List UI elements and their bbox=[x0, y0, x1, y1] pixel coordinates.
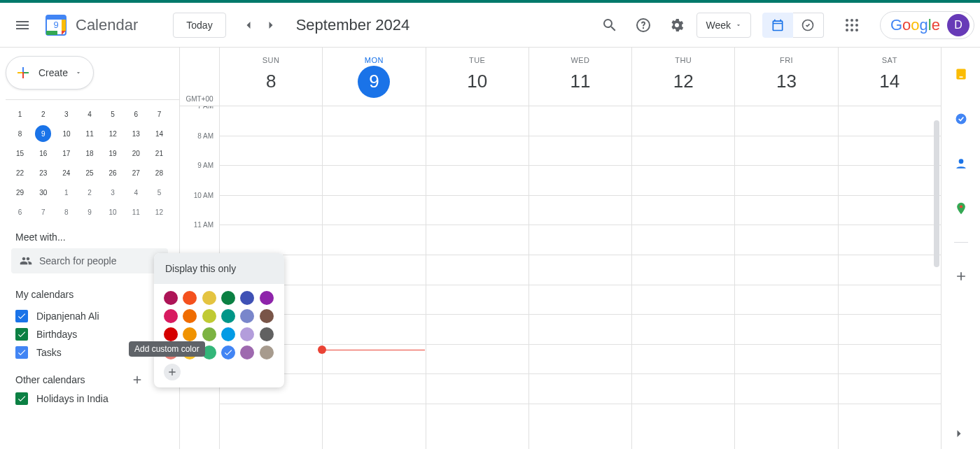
day-column[interactable] bbox=[426, 106, 528, 449]
support-icon[interactable] bbox=[629, 11, 657, 39]
mini-cal-day[interactable]: 5 bbox=[102, 104, 125, 124]
main-menu-button[interactable] bbox=[6, 8, 39, 42]
tasks-view-button[interactable] bbox=[793, 13, 824, 38]
checkbox[interactable] bbox=[15, 392, 28, 405]
color-swatch[interactable] bbox=[221, 309, 235, 323]
mini-cal-day[interactable]: 10 bbox=[55, 124, 78, 143]
today-button[interactable]: Today bbox=[173, 13, 225, 38]
mini-cal-day[interactable]: 26 bbox=[102, 163, 125, 183]
mini-cal-day[interactable]: 7 bbox=[31, 202, 55, 222]
mini-cal-day[interactable]: 29 bbox=[8, 183, 31, 202]
mini-cal-day[interactable]: 12 bbox=[102, 124, 125, 143]
color-swatch[interactable] bbox=[240, 309, 254, 323]
mini-cal-day[interactable]: 6 bbox=[8, 202, 31, 222]
color-swatch[interactable] bbox=[260, 309, 274, 323]
checkbox[interactable] bbox=[15, 310, 28, 322]
contacts-icon[interactable] bbox=[947, 150, 975, 178]
mini-cal-day[interactable]: 9 bbox=[78, 202, 101, 222]
mini-cal-day[interactable]: 18 bbox=[78, 143, 101, 163]
mini-cal-day[interactable]: 15 bbox=[8, 143, 31, 163]
mini-cal-day[interactable]: 13 bbox=[125, 124, 148, 143]
next-period-button[interactable] bbox=[260, 14, 282, 36]
mini-cal-day[interactable]: 10 bbox=[102, 202, 125, 222]
calendar-view-button[interactable] bbox=[762, 13, 793, 38]
mini-cal-day[interactable]: 2 bbox=[31, 104, 55, 124]
color-swatch[interactable] bbox=[202, 291, 216, 305]
color-swatch[interactable] bbox=[183, 309, 197, 323]
mini-cal-day[interactable]: 1 bbox=[8, 104, 31, 124]
day-header[interactable]: SAT14 bbox=[838, 48, 941, 106]
mini-cal-day[interactable]: 1 bbox=[55, 183, 78, 202]
color-swatch[interactable] bbox=[221, 327, 235, 341]
mini-cal-day[interactable]: 9 bbox=[35, 125, 51, 142]
color-swatch[interactable] bbox=[221, 345, 235, 359]
color-swatch[interactable] bbox=[164, 291, 178, 305]
mini-cal-day[interactable]: 16 bbox=[31, 143, 55, 163]
calendar-item[interactable]: Dipanjenah Ali bbox=[6, 307, 179, 325]
mini-cal-day[interactable]: 6 bbox=[125, 104, 148, 124]
color-swatch[interactable] bbox=[183, 327, 197, 341]
mini-cal-day[interactable]: 8 bbox=[55, 202, 78, 222]
account-button[interactable]: Google D bbox=[880, 11, 974, 39]
day-column[interactable] bbox=[631, 106, 734, 449]
app-logo[interactable]: 9 Calendar bbox=[42, 11, 138, 39]
color-swatch[interactable] bbox=[240, 345, 254, 359]
color-swatch[interactable] bbox=[202, 309, 216, 323]
day-column[interactable] bbox=[734, 106, 837, 449]
color-swatch[interactable] bbox=[260, 291, 274, 305]
mini-cal-day[interactable]: 2 bbox=[78, 183, 101, 202]
day-column[interactable] bbox=[528, 106, 631, 449]
mini-cal-day[interactable]: 28 bbox=[148, 163, 171, 183]
prev-period-button[interactable] bbox=[237, 14, 260, 36]
google-apps-icon[interactable] bbox=[838, 11, 866, 39]
mini-cal-day[interactable]: 27 bbox=[125, 163, 148, 183]
add-custom-color-button[interactable] bbox=[164, 364, 181, 380]
view-selector[interactable]: Week bbox=[696, 13, 751, 38]
mini-cal-day[interactable]: 4 bbox=[78, 104, 101, 124]
color-swatch[interactable] bbox=[202, 327, 216, 341]
color-swatch[interactable] bbox=[183, 291, 197, 305]
mini-cal-day[interactable]: 19 bbox=[102, 143, 125, 163]
maps-icon[interactable] bbox=[947, 194, 975, 222]
mini-cal-day[interactable]: 11 bbox=[78, 124, 102, 143]
create-button[interactable]: Create bbox=[6, 56, 94, 90]
day-column[interactable] bbox=[322, 106, 425, 449]
checkbox[interactable] bbox=[15, 346, 28, 359]
day-header[interactable]: THU12 bbox=[631, 48, 734, 106]
mini-cal-day[interactable]: 5 bbox=[148, 183, 171, 202]
tasks-icon[interactable] bbox=[947, 105, 975, 133]
mini-cal-day[interactable]: 25 bbox=[78, 163, 101, 183]
calendar-item[interactable]: Holidays in India bbox=[6, 390, 179, 408]
mini-cal-day[interactable]: 24 bbox=[55, 163, 78, 183]
day-column[interactable] bbox=[838, 106, 941, 449]
mini-cal-day[interactable]: 14 bbox=[148, 124, 171, 143]
hide-side-panel-button[interactable] bbox=[951, 425, 967, 442]
display-only-button[interactable]: Display this only bbox=[154, 253, 284, 284]
mini-cal-day[interactable]: 22 bbox=[8, 163, 31, 183]
mini-cal-day[interactable]: 3 bbox=[102, 183, 125, 202]
mini-cal-day[interactable]: 21 bbox=[148, 143, 171, 163]
day-header[interactable]: MON9 bbox=[322, 48, 425, 106]
mini-cal-day[interactable]: 17 bbox=[55, 143, 78, 163]
mini-cal-day[interactable]: 30 bbox=[31, 183, 55, 202]
day-header[interactable]: FRI13 bbox=[734, 48, 837, 106]
checkbox[interactable] bbox=[15, 328, 28, 341]
day-header[interactable]: SUN8 bbox=[219, 48, 322, 106]
add-other-calendar-button[interactable] bbox=[127, 370, 147, 390]
settings-icon[interactable] bbox=[663, 11, 691, 39]
color-swatch[interactable] bbox=[221, 291, 235, 305]
mini-cal-day[interactable]: 7 bbox=[148, 104, 171, 124]
search-people-input[interactable]: Search for people bbox=[11, 248, 168, 273]
search-icon[interactable] bbox=[596, 11, 624, 39]
add-addon-button[interactable] bbox=[947, 262, 975, 290]
mini-cal-day[interactable]: 8 bbox=[8, 124, 31, 143]
mini-cal-day[interactable]: 23 bbox=[31, 163, 55, 183]
scrollbar[interactable] bbox=[934, 120, 939, 267]
day-header[interactable]: TUE10 bbox=[426, 48, 528, 106]
color-swatch[interactable] bbox=[240, 291, 254, 305]
color-swatch[interactable] bbox=[164, 327, 178, 341]
keep-icon[interactable] bbox=[947, 60, 975, 88]
color-swatch[interactable] bbox=[164, 309, 178, 323]
color-swatch[interactable] bbox=[260, 327, 274, 341]
mini-cal-day[interactable]: 20 bbox=[125, 143, 148, 163]
